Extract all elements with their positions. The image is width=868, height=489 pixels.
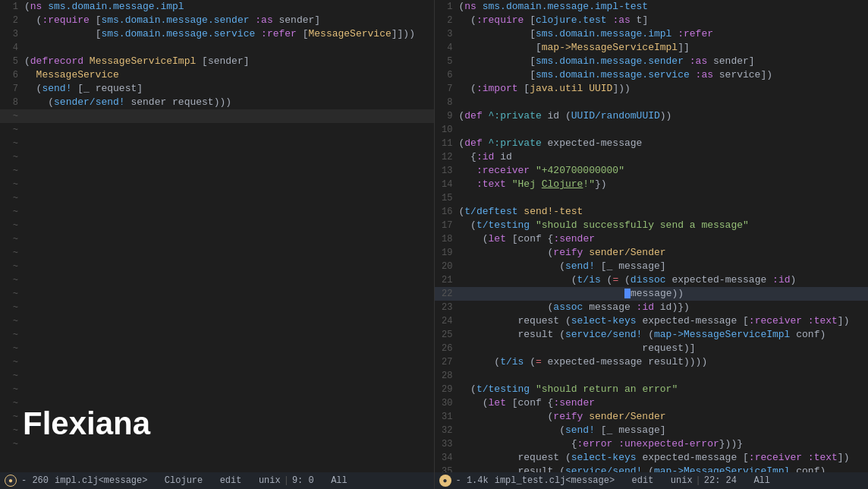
code-line: ~: [0, 123, 434, 137]
right-code-area: 1 (ns sms.domain.message.impl-test 2 (:r…: [435, 0, 869, 472]
line-tilde: ~: [3, 301, 24, 314]
code-line: 8 (sender/send! sender request))): [0, 96, 434, 109]
code-line: 32 (send! [_ message]: [435, 424, 869, 437]
code-line: 33 {:error :unexpected-error}))}: [435, 437, 869, 451]
line-content: result (service/send! (map->MessageServi…: [459, 465, 826, 472]
line-number: 7: [438, 82, 459, 96]
line-content: :text "Hej Clojure!"}): [459, 178, 607, 191]
code-line: 16 (t/deftest send!-test: [435, 205, 869, 219]
code-line: ~: [0, 150, 434, 164]
line-number: 19: [438, 246, 459, 260]
line-content: (let [conf {:sender: [459, 396, 596, 410]
line-tilde: ~: [3, 137, 24, 150]
line-number: 20: [438, 260, 459, 273]
line-tilde: ~: [3, 287, 24, 301]
line-content: (ns sms.domain.message.impl-test: [459, 0, 649, 14]
line-content: (send! [_ message]: [459, 424, 666, 437]
line-content: message)): [459, 287, 684, 301]
code-line: 30 (let [conf {:sender: [435, 396, 869, 410]
line-content: (send! [_ message]: [459, 260, 666, 273]
code-line: 12 {:id id: [435, 150, 869, 164]
code-line: ~: [0, 342, 434, 355]
line-tilde: ~: [3, 342, 24, 355]
code-line: 11 (def ^:private expected-message: [435, 137, 869, 150]
code-line: 10: [435, 123, 869, 137]
right-encoding: unix: [671, 475, 693, 486]
code-line: 9 (def ^:private id (UUID/randomUUID)): [435, 109, 869, 123]
line-content: result (service/send! (map->MessageServi…: [459, 328, 826, 342]
line-number: 35: [438, 465, 459, 472]
code-line: ~: [0, 424, 434, 437]
line-tilde: ~: [3, 410, 24, 424]
line-content: MessageService: [24, 68, 119, 82]
line-number: 3: [3, 27, 24, 41]
code-line: 18 (let [conf {:sender: [435, 232, 869, 246]
right-lines: 1 (ns sms.domain.message.impl-test 2 (:r…: [435, 0, 869, 472]
line-number: 28: [438, 369, 459, 383]
code-line: ~: [0, 246, 434, 260]
line-content: (:require [clojure.test :as t]: [459, 14, 649, 27]
line-tilde: ~: [3, 396, 24, 410]
line-content: (defrecord MessageServiceImpl [sender]: [24, 55, 250, 68]
line-number: 26: [438, 342, 459, 355]
code-line: 7 (send! [_ request]: [0, 82, 434, 96]
right-pos: 22: 24: [704, 475, 737, 486]
line-number: 11: [438, 137, 459, 150]
code-line: ~: [0, 383, 434, 396]
line-tilde: ~: [3, 328, 24, 342]
line-number: 23: [438, 301, 459, 314]
left-sep3: [206, 475, 216, 486]
line-content: :receiver "+420700000000": [459, 164, 624, 178]
code-line: 6 [sms.domain.message.service :as servic…: [435, 68, 869, 82]
line-number: 2: [3, 14, 24, 27]
code-line: 17 (t/testing "should successfully send …: [435, 219, 869, 232]
line-tilde: ~: [3, 178, 24, 191]
code-line: 31 (reify sender/Sender: [435, 410, 869, 424]
code-line: 1 (ns sms.domain.message.impl: [0, 0, 434, 14]
left-sep2: [150, 475, 161, 486]
line-number: 1: [438, 0, 459, 14]
line-number: 18: [438, 232, 459, 246]
code-line: 23 (assoc message :id id)}): [435, 301, 869, 314]
code-line: ~: [0, 328, 434, 342]
line-number: 10: [438, 123, 459, 137]
line-tilde: ~: [3, 109, 24, 123]
code-line: ~: [0, 314, 434, 328]
line-tilde: ~: [3, 205, 24, 219]
line-tilde: ~: [3, 164, 24, 178]
code-line: 28: [435, 369, 869, 383]
left-status: ● - 260 impl.clj<message> Clojure edit u…: [0, 472, 435, 489]
line-content: (reify sender/Sender: [459, 410, 666, 424]
left-mode: edit: [220, 475, 242, 486]
line-content: request)]: [459, 342, 696, 355]
line-tilde: ~: [3, 150, 24, 164]
line-content: {:id id: [459, 150, 512, 164]
line-content: request (select-keys expected-message [:…: [459, 451, 850, 465]
editor-container: 1 (ns sms.domain.message.impl 2 (:requir…: [0, 0, 868, 472]
right-scroll: All: [753, 475, 770, 486]
line-number: 24: [438, 314, 459, 328]
left-language: Clojure: [165, 475, 203, 486]
line-content: (sender/send! sender request))): [24, 96, 231, 109]
line-number: 4: [438, 41, 459, 55]
line-content: (:require [sms.domain.message.sender :as…: [24, 14, 320, 27]
line-number: 6: [3, 68, 24, 82]
left-pos: 9: 0: [292, 475, 314, 486]
code-line: 22 message)): [435, 287, 869, 301]
code-line: 3 [sms.domain.message.impl :refer: [435, 27, 869, 41]
code-line: ~: [0, 109, 434, 123]
code-line: 19 (reify sender/Sender: [435, 246, 869, 260]
code-line: 24 request (select-keys expected-message…: [435, 314, 869, 328]
line-number: 34: [438, 451, 459, 465]
line-number: 14: [438, 178, 459, 191]
line-number: 31: [438, 410, 459, 424]
code-line: ~: [0, 287, 434, 301]
line-content: [sms.domain.message.service :as service]…: [459, 68, 773, 82]
code-line: ~: [0, 301, 434, 314]
line-number: 8: [438, 96, 459, 109]
line-content: (send! [_ request]: [24, 82, 143, 96]
line-number: 9: [438, 109, 459, 123]
code-line: 27 (t/is (= expected-message result)))): [435, 355, 869, 369]
right-sep2: [618, 475, 628, 486]
left-filename: impl.clj<message>: [55, 475, 147, 486]
